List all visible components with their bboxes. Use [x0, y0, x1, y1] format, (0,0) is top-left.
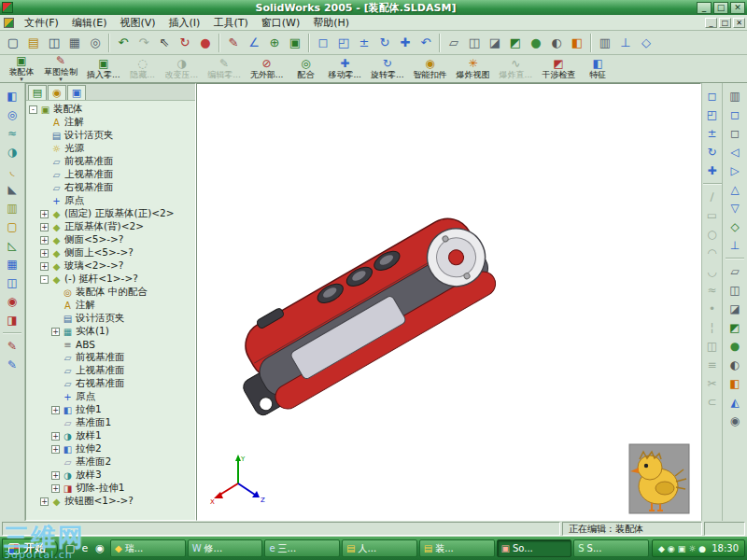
shell-icon[interactable]: ▢ [4, 217, 21, 235]
fillet-icon[interactable]: ◟ [4, 161, 21, 179]
edit-color-icon[interactable]: ● [196, 34, 215, 52]
taskbar-rising[interactable]: ◆瑞... [110, 539, 186, 557]
right-view-icon[interactable]: ▷ [726, 161, 744, 179]
back-view-icon[interactable]: ◻ [726, 124, 744, 142]
chevron-down-icon[interactable]: ▾ [59, 77, 63, 82]
extruded-cut-icon[interactable]: ◨ [4, 311, 21, 329]
tree-item[interactable]: +◑放样1 [26, 429, 195, 442]
tree-item[interactable]: +◆(固定) 正版基体(正)<2> [26, 207, 195, 220]
perspective-icon[interactable]: ◭ [726, 393, 744, 411]
mate-icon[interactable]: ⊕ [265, 34, 284, 52]
bottom-view-icon[interactable]: ▽ [726, 199, 744, 217]
menu-edit[interactable]: 编辑(E) [65, 16, 114, 30]
zoom-fit-icon[interactable]: ◻ [314, 34, 332, 52]
tree-item[interactable]: ≡ABS [26, 338, 195, 351]
collapse-icon[interactable]: - [29, 105, 37, 114]
toolbar-button-assembly[interactable]: ▣装配体▾ [4, 56, 39, 81]
configuration-manager-tab[interactable]: ▣ [67, 85, 86, 100]
tree-item[interactable]: +◆侧面<5>->? [26, 233, 195, 246]
select-icon[interactable]: ⇖ [155, 34, 174, 52]
tree-item[interactable]: ▱基准面2 [26, 455, 195, 469]
expand-icon[interactable]: + [51, 432, 60, 441]
tree-item[interactable]: A注解 [26, 116, 195, 129]
lofted-boss-icon[interactable]: ◑ [4, 143, 21, 161]
insert-component-icon[interactable]: ▣ [286, 34, 304, 52]
sketch-tool-icon[interactable]: ✎ [4, 337, 21, 355]
expand-icon[interactable]: + [51, 328, 60, 336]
tree-item[interactable]: +◆侧面上<5>->? [26, 246, 195, 259]
toolbar-button-no-external-ref[interactable]: ⊘无外部... [246, 56, 289, 81]
zoom-area-icon[interactable]: ◰ [334, 34, 353, 52]
menu-help[interactable]: 帮助(H) [306, 16, 356, 30]
standard-views-icon[interactable]: ▥ [726, 87, 744, 105]
camera-view-icon[interactable]: ◉ [726, 412, 744, 429]
standard-views-icon[interactable]: ▥ [596, 34, 614, 52]
extruded-boss-icon[interactable]: ◧ [4, 87, 21, 105]
menu-tools[interactable]: 工具(T) [206, 16, 254, 30]
shadows-in-shaded-icon[interactable]: ◐ [726, 356, 744, 373]
draft-icon[interactable]: ◺ [4, 236, 21, 254]
antivirus-tray-icon[interactable]: ◆ [658, 544, 665, 553]
expand-icon[interactable]: + [40, 210, 49, 218]
revolved-boss-icon[interactable]: ◎ [4, 105, 21, 123]
shadows-icon[interactable]: ◐ [547, 34, 566, 52]
start-button[interactable]: 开始 [2, 539, 58, 558]
tree-item[interactable]: ▤设计活页夹 [26, 129, 195, 142]
network-icon[interactable]: ▣ [678, 544, 686, 553]
volume-icon[interactable]: ◉ [668, 544, 675, 553]
toolbar-button-sketch-draw[interactable]: ✎草图绘制▾ [39, 56, 82, 81]
expand-icon[interactable]: + [51, 406, 60, 414]
menu-window[interactable]: 窗口(W) [255, 16, 306, 30]
toolbar-button-move-component[interactable]: ✚移动零... [323, 56, 366, 81]
save-icon[interactable]: ◫ [45, 34, 63, 52]
media-player-icon[interactable]: ◉ [92, 541, 107, 556]
normal-to-icon[interactable]: ⊥ [726, 236, 744, 254]
toolbar-button-smart-fasteners[interactable]: ◉智能扣件 [409, 56, 452, 81]
toolbar-button-features[interactable]: ◧特征 [580, 56, 615, 81]
3d-sketch-tool-icon[interactable]: ✎ [4, 356, 21, 373]
rib-icon[interactable]: ▥ [4, 199, 21, 217]
tree-item[interactable]: -◆(-) 挺杆<1>->? [26, 273, 195, 286]
tree-item[interactable]: ◎装配体 中的配合 [26, 286, 195, 299]
graphics-viewport[interactable]: Y X Z [196, 83, 701, 521]
expand-icon[interactable]: + [51, 471, 60, 480]
zoom-fit-icon[interactable]: ◻ [703, 87, 721, 105]
tree-item[interactable]: +◨切除-拉伸1 [26, 482, 195, 495]
minimize-button[interactable]: _ [697, 2, 712, 14]
taskbar-solidworks[interactable]: ▣So... [497, 539, 572, 557]
maximize-button[interactable]: □ [713, 2, 728, 14]
view-orientation-icon[interactable]: ◇ [637, 34, 655, 52]
undo-icon[interactable]: ↶ [114, 34, 133, 52]
property-manager-tab[interactable]: ◉ [48, 85, 66, 100]
expand-icon[interactable]: + [51, 484, 60, 493]
shaded-with-edges-icon[interactable]: ◩ [506, 34, 525, 52]
isometric-view-icon[interactable]: ◇ [726, 217, 744, 235]
rebuild-icon[interactable]: ↻ [176, 34, 194, 52]
menu-file[interactable]: 文件(F) [18, 16, 65, 30]
document-minimize-button[interactable]: _ [705, 18, 717, 28]
tree-item[interactable]: ▱基准面1 [26, 416, 195, 429]
tree-item[interactable]: +▦实体(1) [26, 325, 195, 338]
swept-boss-icon[interactable]: ≈ [4, 124, 21, 142]
feature-manager-tab[interactable]: ▤ [28, 85, 47, 100]
previous-view-icon[interactable]: ↶ [416, 34, 435, 52]
expand-icon[interactable]: + [40, 223, 49, 231]
normal-to-icon[interactable]: ⊥ [616, 34, 635, 52]
wireframe-icon[interactable]: ▱ [726, 262, 744, 280]
tree-item[interactable]: +◆正版基体(背)<2> [26, 220, 195, 233]
print-icon[interactable]: ▦ [65, 34, 84, 52]
menu-view[interactable]: 视图(V) [113, 16, 162, 30]
section-view-icon[interactable]: ◧ [726, 374, 744, 392]
document-restore-button[interactable]: □ [719, 18, 731, 28]
sketch-icon[interactable]: ✎ [224, 34, 243, 52]
taskbar-misc[interactable]: SS... [573, 539, 649, 557]
shaded-with-edges-icon[interactable]: ◩ [726, 318, 744, 336]
wireframe-icon[interactable]: ▱ [444, 34, 463, 52]
chamfer-icon[interactable]: ◣ [4, 180, 21, 198]
tree-item[interactable]: -▣装配体 [26, 103, 195, 116]
top-view-icon[interactable]: △ [726, 180, 744, 198]
tree-item[interactable]: +◆玻璃<2>->? [26, 259, 195, 273]
tree-item[interactable]: ▱上视基准面 [26, 168, 195, 181]
rotate-view-icon[interactable]: ↻ [375, 34, 394, 52]
tree-item[interactable]: +◧拉伸2 [26, 442, 195, 455]
